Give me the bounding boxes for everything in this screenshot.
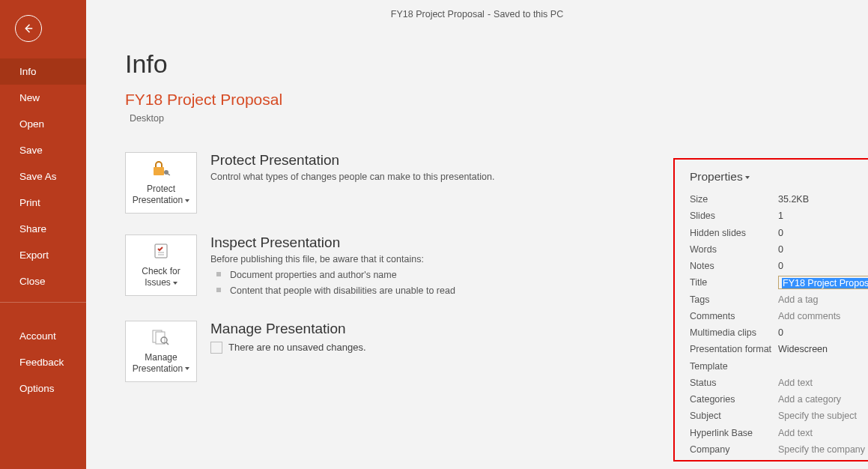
- prop-value-hidden: 0: [778, 225, 783, 241]
- titlebar-save-status: Saved to this PC: [494, 9, 563, 19]
- prop-label-status: Status: [690, 375, 778, 391]
- svg-rect-2: [167, 173, 170, 176]
- sidebar-item-account[interactable]: Account: [0, 323, 86, 349]
- prop-label-tags: Tags: [690, 291, 778, 308]
- inspect-btn-line1: Check for: [142, 266, 180, 277]
- main-content: FY18 Project Proposal-Saved to this PC I…: [86, 0, 868, 469]
- prop-title-input[interactable]: FY18 Project Proposal: [778, 276, 868, 289]
- document-location: Desktop: [130, 113, 868, 124]
- back-button[interactable]: [15, 15, 42, 42]
- inspect-text: Inspect Presentation Before publishing t…: [210, 234, 455, 300]
- properties-panel: Properties Size35.2KB Slides1 Hidden sli…: [673, 158, 868, 462]
- prop-value-notes: 0: [778, 258, 783, 274]
- prop-status-input[interactable]: Add text: [778, 375, 813, 391]
- inspect-item-1: Document properties and author's name: [210, 267, 455, 283]
- prop-label-hidden: Hidden slides: [690, 225, 778, 241]
- prop-label-hyperlink: Hyperlink Base: [690, 425, 778, 441]
- titlebar-doc-name: FY18 Project Proposal: [391, 9, 485, 19]
- manage-heading: Manage Presentation: [210, 321, 366, 337]
- properties-dropdown[interactable]: Properties: [690, 170, 868, 184]
- sidebar-item-options[interactable]: Options: [0, 375, 86, 402]
- manage-presentation-button[interactable]: Manage Presentation: [125, 321, 197, 382]
- prop-hyperlink-input[interactable]: Add text: [778, 425, 813, 441]
- manage-description: There are no unsaved changes.: [228, 342, 366, 353]
- lock-icon: [151, 160, 171, 181]
- sidebar-item-save[interactable]: Save: [0, 137, 86, 163]
- prop-label-size: Size: [690, 191, 778, 208]
- protect-text: Protect Presentation Control what types …: [210, 152, 494, 214]
- sidebar-item-info[interactable]: Info: [0, 58, 86, 85]
- manage-btn-line1: Manage: [145, 352, 177, 363]
- svg-line-7: [166, 342, 169, 345]
- prop-value-size: 35.2KB: [778, 191, 809, 208]
- prop-value-slides: 1: [778, 208, 783, 224]
- svg-rect-5: [156, 332, 165, 344]
- prop-title-selected-text: FY18 Project Proposal: [782, 278, 868, 288]
- prop-label-slides: Slides: [690, 208, 778, 224]
- protect-description: Control what types of changes people can…: [210, 172, 494, 182]
- prop-subject-input[interactable]: Specify the subject: [778, 408, 857, 424]
- protect-heading: Protect Presentation: [210, 152, 494, 169]
- protect-presentation-button[interactable]: Protect Presentation: [125, 152, 197, 214]
- prop-value-clips: 0: [778, 324, 783, 341]
- sidebar-item-print[interactable]: Print: [0, 190, 86, 216]
- document-title: FY18 Project Proposal: [125, 91, 868, 109]
- check-issues-button[interactable]: Check for Issues: [125, 234, 197, 296]
- prop-label-format: Presentation format: [690, 341, 778, 357]
- svg-rect-0: [154, 167, 164, 175]
- document-search-icon: [151, 328, 171, 349]
- prop-tags-input[interactable]: Add a tag: [778, 291, 819, 308]
- prop-value-format: Widescreen: [778, 341, 828, 357]
- svg-rect-3: [155, 244, 167, 258]
- manage-btn-line2: Presentation: [133, 363, 189, 375]
- prop-label-template: Template: [690, 358, 778, 375]
- sidebar-item-export[interactable]: Export: [0, 242, 86, 268]
- inspect-description: Before publishing this file, be aware th…: [210, 254, 455, 264]
- backstage-sidebar: Info New Open Save Save As Print Share E…: [0, 0, 86, 469]
- sidebar-item-open[interactable]: Open: [0, 111, 86, 137]
- window-titlebar: FY18 Project Proposal-Saved to this PC: [86, 9, 868, 19]
- titlebar-separator: -: [488, 9, 491, 19]
- sidebar-item-share[interactable]: Share: [0, 216, 86, 242]
- inspect-item-2: Content that people with disabilities ar…: [210, 283, 455, 299]
- prop-label-clips: Multimedia clips: [690, 324, 778, 341]
- manage-text: Manage Presentation There are no unsaved…: [210, 321, 366, 382]
- prop-label-comments: Comments: [690, 308, 778, 324]
- prop-label-title: Title: [690, 274, 778, 291]
- prop-value-words: 0: [778, 241, 783, 258]
- prop-company-input[interactable]: Specify the company: [778, 441, 865, 458]
- sidebar-item-new[interactable]: New: [0, 85, 86, 111]
- prop-label-categories: Categories: [690, 391, 778, 408]
- sidebar-divider: [0, 302, 86, 317]
- prop-label-subject: Subject: [690, 408, 778, 424]
- page-title: Info: [125, 49, 868, 79]
- protect-btn-line2: Presentation: [133, 195, 189, 206]
- sidebar-item-close[interactable]: Close: [0, 268, 86, 294]
- inspect-btn-line2: Issues: [145, 277, 177, 288]
- sidebar-item-saveas[interactable]: Save As: [0, 163, 86, 190]
- prop-comments-input[interactable]: Add comments: [778, 308, 840, 324]
- checklist-icon: [152, 242, 170, 263]
- prop-label-company: Company: [690, 441, 778, 458]
- protect-btn-line1: Protect: [147, 184, 175, 195]
- prop-categories-input[interactable]: Add a category: [778, 391, 841, 408]
- prop-label-notes: Notes: [690, 258, 778, 274]
- prop-label-words: Words: [690, 241, 778, 258]
- inspect-heading: Inspect Presentation: [210, 234, 455, 251]
- arrow-left-icon: [22, 22, 35, 35]
- document-icon: [210, 342, 222, 354]
- sidebar-item-feedback[interactable]: Feedback: [0, 349, 86, 375]
